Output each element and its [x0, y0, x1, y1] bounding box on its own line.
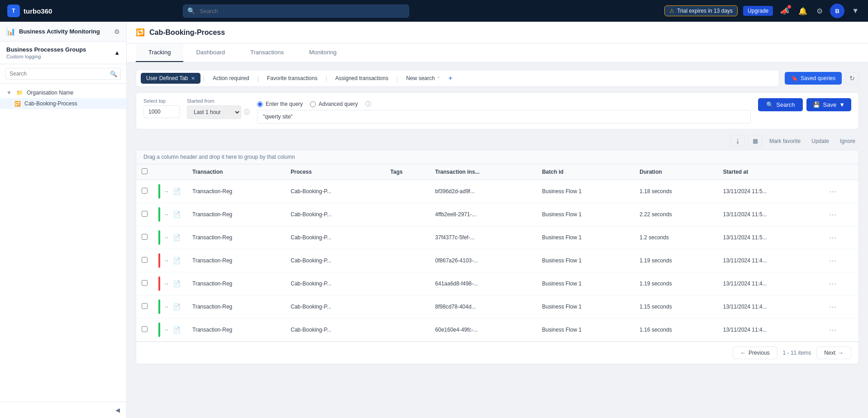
row-transaction-ins: 641aa6d8-f498-...	[430, 272, 537, 295]
row-process: Cab-Booking-P...	[285, 272, 385, 295]
sidebar-item-process[interactable]: 🔁 Cab-Booking-Process	[0, 98, 126, 109]
row-more-button[interactable]: ⋯	[829, 187, 836, 196]
search-input[interactable]	[183, 5, 409, 18]
user-avatar[interactable]: B	[830, 4, 844, 18]
row-more-cell: ⋯	[824, 249, 858, 272]
row-document-button[interactable]: 📄	[172, 302, 181, 311]
header-duration: Duration	[634, 164, 718, 180]
row-checkbox[interactable]	[142, 280, 148, 286]
table-row: → 📄 Transaction-Reg Cab-Booking-P... 8f9…	[136, 295, 858, 318]
filter-tab-action-required[interactable]: Action required	[207, 73, 255, 84]
row-document-button[interactable]: 📄	[172, 279, 181, 288]
row-document-button[interactable]: 📄	[172, 233, 181, 242]
filter-tab-user-defined[interactable]: User Defined Tab ✕	[141, 73, 200, 84]
select-top-input[interactable]	[143, 105, 180, 118]
query-type-info-icon[interactable]: ⓘ	[365, 100, 371, 108]
download-button[interactable]: ⭳	[731, 135, 745, 147]
row-document-button[interactable]: 📄	[172, 325, 181, 334]
notifications-megaphone-button[interactable]: 📣	[778, 5, 791, 17]
tab-monitoring[interactable]: Monitoring	[296, 43, 349, 62]
row-checkbox[interactable]	[142, 211, 148, 217]
row-navigate-button[interactable]: →	[162, 302, 170, 311]
row-navigate-button[interactable]: →	[162, 279, 170, 288]
filter-tab-favorite[interactable]: Favorite transactions	[262, 73, 323, 84]
sidebar-section-bpg[interactable]: Business Processes Groups Custom logging…	[0, 42, 126, 64]
table-row: → 📄 Transaction-Reg Cab-Booking-P... 60e…	[136, 318, 858, 342]
tab-tracking[interactable]: Tracking	[136, 43, 183, 62]
status-indicator	[158, 299, 160, 314]
app-logo[interactable]: T turbo360	[7, 5, 52, 17]
previous-button[interactable]: ← Previous	[733, 347, 777, 359]
user-menu-chevron[interactable]: ▼	[850, 5, 861, 17]
query-input[interactable]	[257, 110, 751, 124]
radio-enter-query[interactable]: Enter the query	[257, 101, 303, 107]
header-batch-id: Batch id	[537, 164, 634, 180]
notifications-bell-button[interactable]: 🔔	[796, 5, 809, 17]
row-document-button[interactable]: 📄	[172, 256, 181, 265]
sidebar-item-org[interactable]: ▼ 📁 Organisation Name	[0, 87, 126, 98]
filter-tab-assigned[interactable]: Assigned transactions	[330, 73, 394, 84]
row-checkbox-cell	[136, 203, 153, 226]
results-table: Transaction Process Tags Transaction ins…	[136, 164, 858, 342]
tab-dashboard[interactable]: Dashboard	[183, 43, 238, 62]
row-checkbox[interactable]	[142, 326, 148, 332]
columns-button[interactable]: ▦	[749, 135, 762, 147]
save-button[interactable]: 💾 Save ▼	[806, 98, 851, 111]
row-batch-id: Business Flow 1	[537, 180, 634, 203]
query-type-group: Enter the query Advanced query ⓘ	[257, 100, 751, 108]
sidebar-collapse-button[interactable]: ◀	[0, 402, 126, 418]
row-more-button[interactable]: ⋯	[829, 210, 836, 219]
page-header: 🔁 Cab-Booking-Process	[127, 22, 868, 43]
row-more-button[interactable]: ⋯	[829, 303, 836, 311]
refresh-button[interactable]: ↻	[845, 72, 859, 85]
radio-advanced-query[interactable]: Advanced query	[310, 101, 358, 107]
header-checkbox-col	[136, 164, 153, 180]
row-document-button[interactable]: 📄	[172, 210, 181, 219]
sidebar-settings-icon[interactable]: ⚙	[114, 28, 120, 35]
status-indicator	[158, 207, 160, 222]
row-more-button[interactable]: ⋯	[829, 280, 836, 288]
row-navigate-button[interactable]: →	[162, 256, 170, 265]
search-button[interactable]: 🔍 Search	[758, 98, 803, 111]
started-from-select[interactable]: Last 1 hour Last 6 hours Last 24 hours L…	[187, 105, 241, 119]
row-navigate-button[interactable]: →	[162, 325, 170, 334]
row-checkbox[interactable]	[142, 234, 148, 240]
next-button[interactable]: Next →	[816, 347, 851, 359]
row-transaction-ins: 37f4377c-5fef-...	[430, 226, 537, 249]
pagination-bar: ← Previous 1 - 11 items Next →	[136, 342, 858, 364]
chevron-left-icon: ◀	[115, 407, 120, 413]
row-transaction: Transaction-Reg	[187, 272, 285, 295]
select-all-checkbox[interactable]	[142, 168, 148, 174]
row-navigate-button[interactable]: →	[162, 210, 170, 219]
row-more-button[interactable]: ⋯	[829, 256, 836, 265]
row-checkbox[interactable]	[142, 303, 148, 309]
chevron-down-icon: ▼	[852, 7, 859, 14]
row-document-button[interactable]: 📄	[172, 187, 181, 196]
started-from-info-icon[interactable]: ⓘ	[244, 108, 250, 116]
settings-button[interactable]: ⚙	[815, 5, 825, 17]
header-started-at: Started at	[718, 164, 824, 180]
header-tags: Tags	[385, 164, 430, 180]
mark-favorite-button[interactable]: Mark favorite	[766, 135, 804, 147]
filter-tab-new-search[interactable]: New search *	[401, 73, 445, 84]
tab-transactions[interactable]: Transactions	[238, 43, 296, 62]
sidebar-org-label: Organisation Name	[27, 90, 73, 96]
sidebar-search-input[interactable]	[5, 68, 121, 80]
row-navigate-button[interactable]: →	[162, 233, 170, 242]
navbar: T turbo360 🔍 ⚠ Trial expires in 13 days …	[0, 0, 868, 22]
update-button[interactable]: Update	[808, 135, 833, 147]
add-filter-tab-button[interactable]: +	[447, 75, 454, 82]
ignore-button[interactable]: Ignore	[836, 135, 859, 147]
row-navigate-button[interactable]: →	[162, 187, 170, 196]
row-transaction-ins: 60e160e4-49fc-...	[430, 318, 537, 342]
row-checkbox[interactable]	[142, 188, 148, 194]
row-more-cell: ⋯	[824, 203, 858, 226]
row-transaction: Transaction-Reg	[187, 318, 285, 342]
filter-tab-close-icon[interactable]: ✕	[191, 76, 195, 81]
upgrade-button[interactable]: Upgrade	[743, 6, 773, 16]
row-more-button[interactable]: ⋯	[829, 233, 836, 242]
row-more-button[interactable]: ⋯	[829, 326, 836, 334]
row-checkbox[interactable]	[142, 257, 148, 263]
row-process: Cab-Booking-P...	[285, 203, 385, 226]
saved-queries-button[interactable]: 🔖 Saved queries	[785, 72, 842, 85]
